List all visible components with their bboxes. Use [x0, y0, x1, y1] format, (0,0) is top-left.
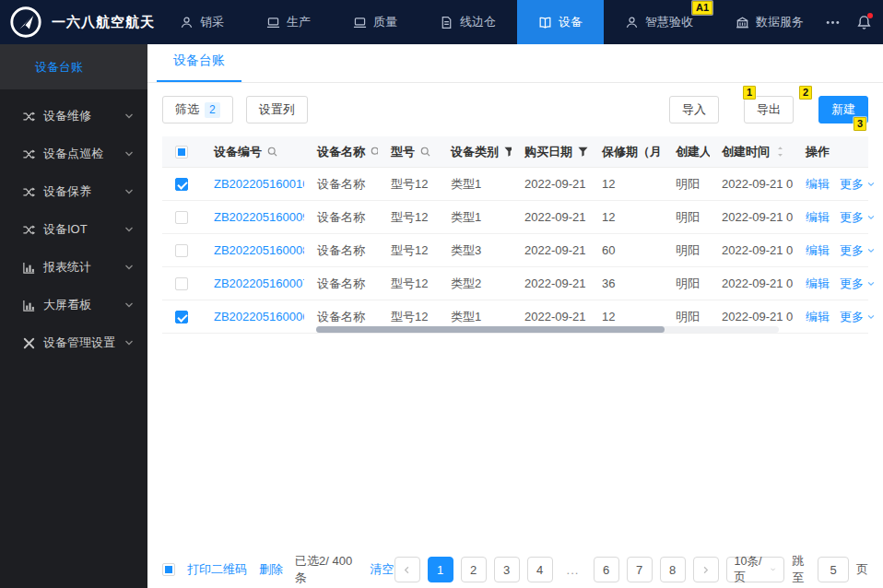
- brand: 一六八航空航天: [0, 5, 159, 40]
- filter-icon[interactable]: [577, 146, 589, 158]
- equipment-code-link[interactable]: ZB202205160008: [214, 243, 304, 257]
- equipment-model: 型号12: [391, 309, 428, 325]
- search-icon[interactable]: [266, 146, 278, 158]
- creator: 明阳: [676, 242, 700, 259]
- company-logo-icon: [8, 5, 43, 40]
- created-at: 2022-09-21 0: [722, 243, 793, 257]
- edit-link[interactable]: 编辑: [806, 309, 830, 325]
- edit-link[interactable]: 编辑: [806, 276, 830, 292]
- search-icon[interactable]: [370, 146, 378, 158]
- column-header-ops: 操作: [806, 144, 830, 160]
- sidebar-item-equipment-inspection[interactable]: 设备点巡检: [0, 135, 147, 172]
- more-dropdown[interactable]: 更多: [840, 309, 876, 325]
- delete-button[interactable]: 删除: [259, 561, 283, 578]
- filter-button[interactable]: 筛选 2: [162, 96, 233, 123]
- laptop-icon: [266, 16, 280, 29]
- created-at: 2022-09-21 0: [722, 210, 793, 224]
- page-button-3[interactable]: 3: [494, 557, 520, 582]
- shuffle-icon: [22, 185, 36, 199]
- page-size-select[interactable]: 10条/页: [726, 557, 785, 582]
- next-page-button[interactable]: [693, 557, 719, 582]
- sidebar-item-equipment-maintenance[interactable]: 设备保养: [0, 173, 147, 210]
- sort-icon[interactable]: [774, 146, 786, 158]
- equipment-code-link[interactable]: ZB202205160006: [214, 310, 304, 323]
- page-ellipsis[interactable]: ...: [560, 557, 586, 582]
- page-button-6[interactable]: 6: [594, 557, 619, 582]
- row-checkbox[interactable]: [175, 244, 188, 257]
- print-qrcode-button[interactable]: 打印二维码: [187, 561, 247, 578]
- equipment-category: 类型1: [451, 209, 481, 226]
- equipment-name: 设备名称: [317, 276, 365, 292]
- sidebar-item-label: 设备保养: [43, 183, 116, 200]
- nav-item-quality[interactable]: 质量: [332, 0, 418, 44]
- equipment-model: 型号12: [391, 276, 428, 292]
- chevron-down-icon: [124, 186, 135, 197]
- sidebar-item-dashboard-screen[interactable]: 大屏看板: [0, 287, 147, 323]
- clear-selection-button[interactable]: 清空: [371, 561, 394, 578]
- scrollbar-thumb[interactable]: [316, 326, 665, 333]
- set-columns-button[interactable]: 设置列: [246, 96, 308, 123]
- sidebar-item-label: 设备IOT: [43, 221, 116, 238]
- select-all-checkbox[interactable]: [175, 146, 188, 159]
- edit-link[interactable]: 编辑: [806, 176, 830, 193]
- nav-item-equipment[interactable]: 设备: [517, 0, 604, 44]
- prev-page-button[interactable]: [394, 557, 420, 582]
- more-dropdown[interactable]: 更多: [840, 242, 876, 259]
- export-button[interactable]: 导出: [744, 96, 794, 123]
- more-menu-button[interactable]: [825, 15, 841, 30]
- nav-label: 生产: [287, 14, 311, 30]
- more-dropdown[interactable]: 更多: [840, 176, 876, 193]
- column-header-purchase-date: 购买日期: [524, 144, 572, 160]
- row-checkbox[interactable]: [175, 277, 188, 290]
- equipment-code-link[interactable]: ZB202205160010: [214, 177, 304, 191]
- nav-item-data-service[interactable]: 数据服务: [714, 0, 825, 44]
- notification-bell-button[interactable]: [856, 15, 872, 30]
- sidebar-item-equipment-iot[interactable]: 设备IOT: [0, 211, 147, 248]
- page-button-8[interactable]: 8: [660, 557, 686, 582]
- nav-item-sales[interactable]: 销采: [159, 0, 245, 44]
- import-button[interactable]: 导入: [669, 96, 719, 123]
- top-navbar: 一六八航空航天 销采 生产 质量 线边仓 设备 智慧验收 数据服务: [0, 0, 883, 44]
- export-label: 导出: [757, 101, 781, 118]
- more-dropdown[interactable]: 更多: [840, 276, 876, 292]
- sidebar-item-equipment-ledger[interactable]: 设备台账: [0, 44, 147, 89]
- equipment-code-link[interactable]: ZB202205160009: [214, 210, 304, 224]
- filter-count-badge: 2: [205, 102, 220, 118]
- row-checkbox[interactable]: [175, 311, 188, 323]
- equipment-name: 设备名称: [317, 176, 365, 193]
- page-unit-label: 页: [856, 561, 868, 578]
- search-icon[interactable]: [419, 146, 431, 158]
- warranty-months: 12: [602, 210, 615, 224]
- nav-item-production[interactable]: 生产: [245, 0, 332, 44]
- equipment-category: 类型1: [451, 176, 481, 193]
- nav-item-line-warehouse[interactable]: 线边仓: [418, 0, 517, 44]
- sidebar-item-equipment-settings[interactable]: 设备管理设置: [0, 324, 147, 361]
- page-button-1[interactable]: 1: [428, 557, 453, 582]
- more-dropdown[interactable]: 更多: [840, 209, 876, 226]
- equipment-code-link[interactable]: ZB202205160007: [214, 276, 304, 290]
- chevron-right-icon: [701, 565, 711, 575]
- warranty-months: 60: [602, 243, 615, 257]
- page-button-7[interactable]: 7: [627, 557, 653, 582]
- row-checkbox[interactable]: [175, 178, 188, 191]
- page-button-2[interactable]: 2: [461, 557, 487, 582]
- edit-link[interactable]: 编辑: [806, 209, 830, 226]
- warranty-months: 12: [602, 177, 615, 191]
- tab-bar: 设备台账: [147, 44, 883, 83]
- page-button-4[interactable]: 4: [527, 557, 553, 582]
- jump-page-input[interactable]: [818, 557, 849, 582]
- row-checkbox[interactable]: [175, 211, 188, 224]
- chevron-down-icon: [866, 279, 876, 288]
- sidebar-item-report-statistics[interactable]: 报表统计: [0, 249, 147, 286]
- horizontal-scrollbar[interactable]: [316, 326, 779, 333]
- sidebar-item-equipment-repair[interactable]: 设备维修: [0, 98, 147, 135]
- equipment-name: 设备名称: [317, 242, 365, 259]
- bar-chart-icon: [22, 261, 36, 275]
- edit-link[interactable]: 编辑: [806, 242, 830, 259]
- purchase-date: 2022-09-21: [524, 210, 586, 224]
- filter-icon[interactable]: [503, 146, 512, 158]
- equipment-name: 设备名称: [317, 209, 365, 226]
- tab-equipment-ledger[interactable]: 设备台账: [157, 42, 241, 82]
- more-label: 更多: [840, 176, 864, 193]
- footer-select-all-checkbox[interactable]: [162, 563, 175, 576]
